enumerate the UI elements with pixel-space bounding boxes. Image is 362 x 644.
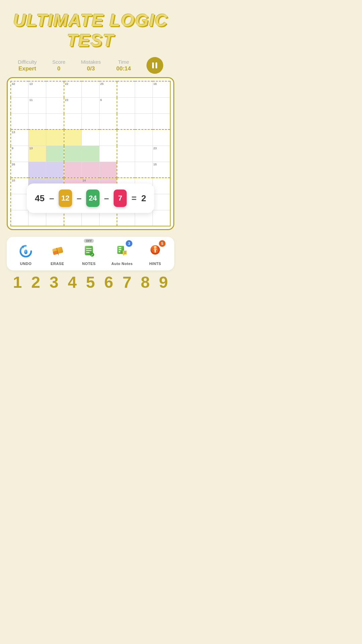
mistakes-label: Mistakes bbox=[81, 59, 101, 65]
eq-tile-green: 24 bbox=[86, 190, 99, 207]
cell-6-8[interactable] bbox=[153, 178, 170, 194]
eq-tile-yellow: 12 bbox=[59, 190, 72, 207]
hints-label: HINTS bbox=[149, 262, 161, 266]
cell-2-8[interactable] bbox=[153, 113, 170, 129]
cell-1-0[interactable] bbox=[11, 97, 28, 113]
cell-0-8[interactable]: 16 bbox=[153, 81, 170, 97]
cell-5-4[interactable] bbox=[82, 162, 100, 178]
cell-1-6[interactable] bbox=[117, 97, 135, 113]
cell-0-6[interactable] bbox=[117, 81, 135, 97]
difficulty-label: Difficulty bbox=[18, 59, 37, 65]
cell-4-6[interactable] bbox=[117, 146, 135, 162]
cell-2-1[interactable] bbox=[28, 113, 46, 129]
score-value: 0 bbox=[57, 65, 60, 72]
cell-3-7[interactable] bbox=[135, 129, 153, 146]
cell-8-0[interactable] bbox=[11, 210, 28, 226]
notes-icon-wrap: ✓ bbox=[80, 241, 98, 260]
cell-2-6[interactable] bbox=[117, 113, 135, 129]
cell-7-8[interactable] bbox=[153, 194, 170, 210]
notes-button[interactable]: OFF ✓ NOTES bbox=[80, 241, 98, 266]
cell-3-1[interactable] bbox=[28, 129, 46, 146]
toolbar: UNDO ERASE OFF bbox=[7, 237, 174, 270]
time-label: Time bbox=[118, 59, 129, 65]
cell-3-8[interactable] bbox=[153, 129, 170, 146]
cell-5-5[interactable] bbox=[99, 162, 117, 178]
stats-bar: Difficulty Expert Score 0 Mistakes 0/3 T… bbox=[7, 57, 174, 74]
cell-2-2[interactable] bbox=[46, 113, 64, 129]
cell-1-5[interactable]: 6 bbox=[99, 97, 117, 113]
number-6[interactable]: 6 bbox=[104, 274, 113, 290]
cell-1-1[interactable]: 11 bbox=[28, 97, 46, 113]
cell-3-0[interactable]: 13 bbox=[11, 129, 28, 146]
cell-3-2[interactable] bbox=[46, 129, 64, 146]
cell-1-2[interactable] bbox=[46, 97, 64, 113]
svg-point-21 bbox=[155, 251, 156, 253]
number-3[interactable]: 3 bbox=[50, 274, 59, 290]
cage-label-5-8: 15 bbox=[154, 163, 157, 166]
cell-1-7[interactable] bbox=[135, 97, 153, 113]
eq-total: 45 bbox=[35, 193, 45, 204]
cage-label-0-5: 25 bbox=[100, 82, 104, 86]
undo-button[interactable]: UNDO bbox=[17, 241, 35, 266]
number-7[interactable]: 7 bbox=[122, 274, 131, 290]
notes-icon: ✓ bbox=[81, 243, 96, 258]
cage-label-1-5: 6 bbox=[100, 98, 102, 102]
cell-2-0[interactable] bbox=[11, 113, 28, 129]
cell-1-3[interactable]: 23 bbox=[64, 97, 82, 113]
cell-1-8[interactable] bbox=[153, 97, 170, 113]
number-2[interactable]: 2 bbox=[31, 274, 40, 290]
svg-rect-14 bbox=[119, 251, 120, 252]
cell-0-2[interactable] bbox=[46, 81, 64, 97]
cell-5-6[interactable] bbox=[117, 162, 135, 178]
cage-label-0-8: 16 bbox=[154, 82, 157, 86]
number-5[interactable]: 5 bbox=[86, 274, 95, 290]
hints-button[interactable]: 5 ? HINTS bbox=[146, 241, 164, 266]
autonotes-button[interactable]: 3 Auto Notes bbox=[111, 241, 133, 266]
pause-button[interactable] bbox=[146, 57, 163, 74]
cell-3-5[interactable] bbox=[99, 129, 117, 146]
cell-2-7[interactable] bbox=[135, 113, 153, 129]
cage-label-4-8: 23 bbox=[154, 147, 157, 150]
cell-5-0[interactable]: 26 bbox=[11, 162, 28, 178]
cell-0-7[interactable] bbox=[135, 81, 153, 97]
game-grid: 421322251611236139132326151014 45 – 12 –… bbox=[7, 77, 174, 230]
cell-5-8[interactable]: 15 bbox=[153, 162, 170, 178]
cell-4-4[interactable] bbox=[82, 146, 100, 162]
cell-4-5[interactable] bbox=[99, 146, 117, 162]
number-4[interactable]: 4 bbox=[68, 274, 77, 290]
cell-3-4[interactable] bbox=[82, 129, 100, 146]
cell-4-0[interactable]: 9 bbox=[11, 146, 28, 162]
undo-label: UNDO bbox=[20, 262, 32, 266]
erase-icon-wrap bbox=[48, 241, 66, 260]
cell-4-1[interactable]: 13 bbox=[28, 146, 46, 162]
number-1[interactable]: 1 bbox=[13, 274, 22, 290]
cell-2-5[interactable] bbox=[99, 113, 117, 129]
cell-1-4[interactable] bbox=[82, 97, 100, 113]
cell-5-2[interactable] bbox=[46, 162, 64, 178]
cell-6-0[interactable]: 10 bbox=[11, 178, 28, 194]
cell-0-3[interactable]: 22 bbox=[64, 81, 82, 97]
cell-0-5[interactable]: 25 bbox=[99, 81, 117, 97]
cell-5-7[interactable] bbox=[135, 162, 153, 178]
cell-2-4[interactable] bbox=[82, 113, 100, 129]
cell-4-2[interactable] bbox=[46, 146, 64, 162]
cell-3-6[interactable] bbox=[117, 129, 135, 146]
cell-2-3[interactable] bbox=[64, 113, 82, 129]
autonotes-badge: 3 bbox=[126, 240, 132, 247]
number-8[interactable]: 8 bbox=[141, 274, 150, 290]
undo-icon bbox=[18, 243, 33, 258]
cell-0-1[interactable]: 13 bbox=[28, 81, 46, 97]
cell-5-1[interactable] bbox=[28, 162, 46, 178]
cell-3-3[interactable] bbox=[64, 129, 82, 146]
erase-button[interactable]: ERASE bbox=[48, 241, 66, 266]
cage-label-4-1: 13 bbox=[29, 147, 33, 150]
cell-0-0[interactable]: 42 bbox=[11, 81, 28, 97]
cell-4-3[interactable] bbox=[64, 146, 82, 162]
cell-4-7[interactable] bbox=[135, 146, 153, 162]
cell-8-8[interactable] bbox=[153, 210, 170, 226]
number-9[interactable]: 9 bbox=[159, 274, 168, 290]
cell-0-4[interactable] bbox=[82, 81, 100, 97]
cell-5-3[interactable] bbox=[64, 162, 82, 178]
cell-4-8[interactable]: 23 bbox=[153, 146, 170, 162]
cell-7-0[interactable] bbox=[11, 194, 28, 210]
